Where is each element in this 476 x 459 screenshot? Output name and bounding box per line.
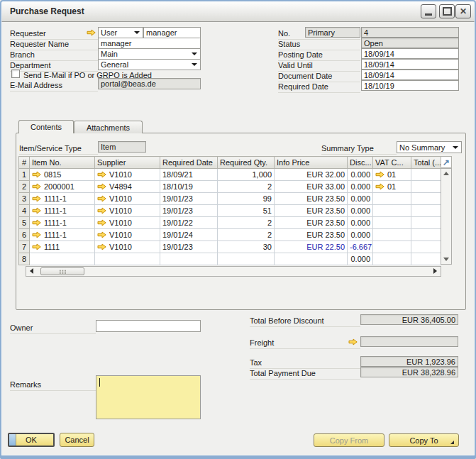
maximize-button[interactable] (439, 4, 455, 18)
requester-input[interactable]: manager (143, 27, 201, 38)
minimize-button[interactable] (421, 4, 436, 18)
total-cell[interactable] (411, 181, 441, 193)
link-arrow-icon[interactable] (87, 29, 96, 36)
required-date-cell[interactable]: 19/01/23 (160, 193, 218, 205)
col-header-item-no[interactable]: Item No. (30, 157, 95, 169)
total-cell[interactable] (411, 229, 441, 241)
item-no-cell[interactable] (30, 253, 95, 265)
col-header-required-date[interactable]: Required Date (160, 157, 218, 169)
total-cell[interactable] (411, 169, 441, 181)
copy-to-button[interactable]: Copy To (389, 433, 459, 447)
required-date-cell[interactable] (160, 253, 218, 265)
link-arrow-icon[interactable] (97, 243, 106, 250)
info-price-cell[interactable]: EUR 23.50 (275, 229, 348, 241)
tab-contents[interactable]: Contents (18, 120, 74, 133)
info-price-cell[interactable]: EUR 23.50 (275, 217, 348, 229)
ok-button[interactable]: OK (8, 433, 55, 447)
scroll-right-icon[interactable] (433, 268, 437, 274)
link-arrow-icon[interactable] (32, 183, 41, 190)
hscroll-thumb[interactable] (40, 267, 84, 275)
info-price-cell[interactable]: EUR 32.00 (275, 169, 348, 181)
required-date-cell[interactable]: 19/01/23 (160, 205, 218, 217)
branch-select[interactable]: Main (98, 48, 201, 60)
required-qty-cell[interactable]: 2 (218, 181, 275, 193)
item-no-cell[interactable]: 1111-1 (30, 217, 95, 229)
link-arrow-icon[interactable] (32, 207, 41, 214)
scroll-up-icon[interactable] (443, 172, 449, 175)
required-qty-cell[interactable] (218, 253, 275, 265)
send-email-checkbox[interactable] (11, 70, 20, 78)
required-qty-cell[interactable]: 51 (218, 205, 275, 217)
vat-code-cell[interactable] (373, 253, 411, 265)
scroll-down-icon[interactable] (443, 258, 449, 261)
total-cell[interactable] (411, 205, 441, 217)
required-qty-cell[interactable]: 1,000 (218, 169, 275, 181)
col-header-info-price[interactable]: Info Price (275, 157, 348, 169)
supplier-cell[interactable]: V1010 (95, 205, 160, 217)
row-number-cell[interactable]: 5 (19, 217, 30, 229)
col-header-total[interactable]: Total (... (411, 157, 441, 169)
row-number-cell[interactable]: 8 (19, 253, 30, 265)
no-series-select[interactable]: Primary (305, 27, 360, 38)
remarks-textarea[interactable] (96, 375, 201, 419)
row-number-cell[interactable]: 7 (19, 241, 30, 253)
item-no-cell[interactable]: 1111-1 (30, 229, 95, 241)
discount-cell[interactable]: 0.000 (348, 229, 373, 241)
link-arrow-icon[interactable] (32, 195, 41, 202)
item-no-cell[interactable]: 2000001 (30, 181, 95, 193)
link-arrow-icon[interactable] (97, 183, 106, 190)
item-no-cell[interactable]: 1111-1 (30, 193, 95, 205)
required-qty-cell[interactable]: 99 (218, 193, 275, 205)
document-date-input[interactable]: 18/09/14 (361, 70, 459, 80)
info-price-cell[interactable]: EUR 33.00 (275, 181, 348, 193)
row-number-cell[interactable]: 3 (19, 193, 30, 205)
scroll-left-icon[interactable] (30, 268, 33, 274)
link-arrow-icon[interactable] (32, 231, 41, 238)
freight-field[interactable] (360, 336, 458, 347)
item-no-cell[interactable]: 1111 (30, 241, 95, 253)
required-date-cell[interactable]: 18/09/21 (160, 169, 218, 181)
row-number-cell[interactable]: 2 (19, 181, 30, 193)
supplier-cell[interactable] (95, 253, 160, 265)
link-arrow-icon[interactable] (97, 207, 106, 214)
discount-cell[interactable]: 0.000 (348, 217, 373, 229)
link-arrow-icon[interactable] (97, 231, 106, 238)
supplier-cell[interactable]: V1010 (95, 229, 160, 241)
required-date-cell[interactable]: 19/01/24 (160, 229, 218, 241)
link-arrow-icon[interactable] (32, 243, 41, 250)
col-header-vat-code[interactable]: VAT C... (373, 157, 411, 169)
expand-grid-button[interactable]: ↗ (441, 156, 452, 168)
summary-type-select[interactable]: No Summary (397, 141, 462, 153)
row-number-cell[interactable]: 6 (19, 229, 30, 241)
copy-from-button[interactable]: Copy From (314, 433, 384, 447)
cancel-button[interactable]: Cancel (60, 433, 94, 447)
supplier-cell[interactable]: V4894 (95, 181, 160, 193)
link-arrow-icon[interactable] (97, 171, 106, 178)
valid-until-input[interactable]: 18/09/14 (361, 59, 459, 70)
link-arrow-icon[interactable] (348, 338, 358, 345)
link-arrow-icon[interactable] (32, 219, 41, 226)
discount-cell[interactable]: -6.667 (348, 241, 373, 253)
requester-name-input[interactable]: manager (98, 38, 201, 49)
discount-cell[interactable]: 0.000 (348, 205, 373, 217)
link-arrow-icon[interactable] (97, 195, 106, 202)
vat-code-cell[interactable] (373, 205, 411, 217)
close-button[interactable]: ✕ (455, 4, 471, 18)
vat-code-cell[interactable] (373, 217, 411, 229)
total-cell[interactable] (411, 193, 441, 205)
posting-date-input[interactable]: 18/09/14 (361, 48, 459, 59)
link-arrow-icon[interactable] (375, 183, 384, 190)
required-qty-cell[interactable]: 30 (218, 241, 275, 253)
discount-cell[interactable]: 0.000 (348, 181, 373, 193)
info-price-cell[interactable]: EUR 23.50 (275, 193, 348, 205)
vat-code-cell[interactable] (373, 241, 411, 253)
titlebar[interactable]: Purchase Request (1, 1, 475, 22)
total-cell[interactable] (411, 241, 441, 253)
info-price-cell[interactable]: EUR 23.50 (275, 205, 348, 217)
item-no-cell[interactable]: 1111-1 (30, 205, 95, 217)
total-cell[interactable] (411, 253, 441, 265)
grid-hscrollbar[interactable] (26, 266, 441, 277)
vat-code-cell[interactable] (373, 193, 411, 205)
tab-attachments[interactable]: Attachments (74, 121, 143, 133)
item-no-cell[interactable]: 0815 (30, 169, 95, 181)
